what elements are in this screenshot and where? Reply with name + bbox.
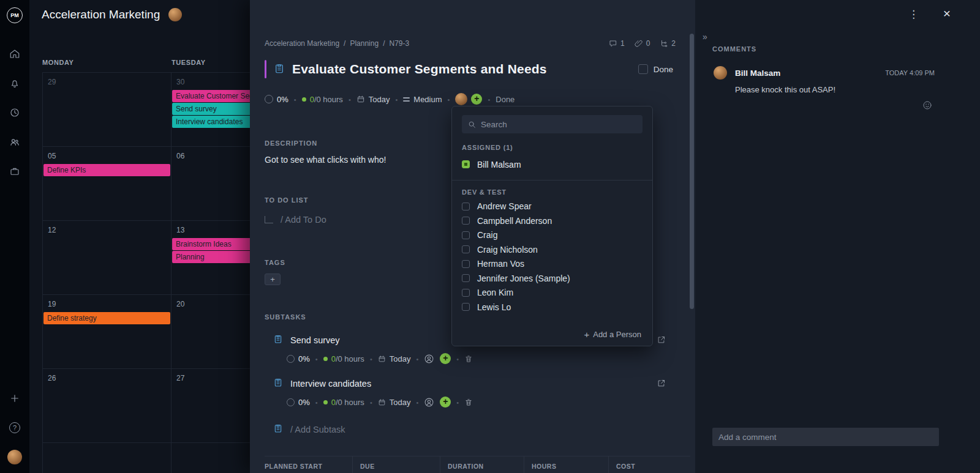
- calendar-event[interactable]: Planning: [172, 251, 250, 263]
- priority[interactable]: Medium: [403, 95, 442, 104]
- person-name: Andrew Spear: [477, 201, 532, 211]
- person-name: Herman Vos: [477, 259, 524, 269]
- user-avatar[interactable]: [7, 450, 22, 464]
- close-icon[interactable]: ×: [943, 6, 951, 21]
- calendar-cell: [42, 443, 172, 473]
- person-row[interactable]: Craig Nicholson: [462, 242, 643, 257]
- add-assignee-button[interactable]: +: [440, 397, 451, 408]
- dropdown-footer: + Add a Person: [462, 324, 643, 340]
- person-checkbox[interactable]: [462, 274, 470, 282]
- person-name: Bill Malsam: [477, 160, 521, 169]
- comment-text: Please knock this out ASAP!: [735, 85, 935, 94]
- column-duration: DURATION: [440, 456, 524, 473]
- person-row[interactable]: Andrew Spear: [462, 199, 643, 214]
- person-name: Campbell Anderson: [477, 216, 552, 226]
- calendar-event[interactable]: Brainstorm Ideas: [172, 238, 250, 250]
- comment-input[interactable]: [712, 428, 939, 446]
- add-person-button[interactable]: + Add a Person: [584, 329, 641, 340]
- delete-subtask-icon[interactable]: [464, 354, 473, 363]
- search-box: [462, 115, 643, 133]
- calendar-week: 19 Define strategy 20: [42, 294, 250, 368]
- person-row[interactable]: Craig: [462, 228, 643, 243]
- recent-icon[interactable]: [0, 98, 29, 127]
- add-assignee-button[interactable]: +: [440, 353, 451, 364]
- emoji-reaction-icon[interactable]: [922, 100, 932, 112]
- subtask-due-date[interactable]: Today: [378, 354, 411, 363]
- done-checkbox[interactable]: [638, 64, 648, 74]
- assign-person-icon[interactable]: [424, 354, 434, 364]
- add-subtask-input[interactable]: / Add Subtask: [273, 423, 695, 435]
- subtask-title[interactable]: Send survey: [290, 335, 340, 345]
- person-row[interactable]: Campbell Anderson: [462, 214, 643, 228]
- assignee-avatar[interactable]: [455, 93, 467, 105]
- subtask-meta-row: 0% 0/0 hours Today +: [287, 353, 695, 364]
- person-checkbox[interactable]: [462, 203, 470, 210]
- calendar-event[interactable]: Evaluate Customer Seg: [172, 90, 250, 102]
- assignee-group: +: [455, 93, 482, 105]
- person-row[interactable]: Lewis Lo: [462, 300, 643, 315]
- add-assignee-button[interactable]: +: [471, 94, 482, 105]
- subtask-due-date[interactable]: Today: [378, 398, 411, 407]
- calendar-event[interactable]: Define strategy: [43, 312, 170, 324]
- person-checkbox[interactable]: [462, 231, 470, 239]
- comment-item: Bill Malsam TODAY 4:09 PM Please knock t…: [695, 66, 980, 94]
- subtask-title[interactable]: Interview candidates: [290, 379, 371, 389]
- calendar-event[interactable]: Define KPIs: [43, 164, 170, 176]
- search-input[interactable]: [481, 120, 636, 129]
- topbar: Acceleration Marketing: [29, 0, 250, 29]
- breadcrumb-project[interactable]: Acceleration Marketing: [265, 39, 339, 48]
- calendar-date: 05: [48, 152, 171, 160]
- person-row[interactable]: Jennifer Jones (Sample): [462, 271, 643, 286]
- assign-person-icon[interactable]: [424, 397, 434, 408]
- comments-header: COMMENTS: [712, 45, 756, 53]
- subtask-type-icon: [273, 334, 283, 346]
- home-icon[interactable]: [0, 39, 29, 69]
- commenter-avatar: [714, 66, 727, 80]
- person-checkbox[interactable]: [462, 260, 470, 268]
- team-icon[interactable]: [0, 127, 29, 157]
- progress-circle-icon: [265, 95, 273, 103]
- calendar-icon: [378, 398, 386, 406]
- person-checkbox[interactable]: [462, 289, 470, 297]
- more-options-icon[interactable]: ⋮: [908, 8, 919, 21]
- calendar-event[interactable]: Send survey: [172, 103, 250, 115]
- calendar-day-headers: MONDAY TUESDAY: [42, 59, 250, 66]
- help-icon[interactable]: ?: [0, 413, 29, 442]
- calendar-event[interactable]: Interview candidates: [172, 116, 250, 128]
- calendar-week: 05 Define KPIs 06: [42, 146, 250, 220]
- project-owner-avatar[interactable]: [168, 8, 182, 21]
- add-tag-button[interactable]: +: [265, 274, 281, 285]
- calendar-cell: 19 Define strategy: [42, 295, 172, 368]
- subtasks-count[interactable]: 2: [660, 39, 676, 48]
- notifications-icon[interactable]: [0, 69, 29, 98]
- person-row[interactable]: Herman Vos: [462, 257, 643, 272]
- scrollbar-thumb[interactable]: [690, 34, 694, 309]
- comments-count[interactable]: 1: [609, 39, 625, 48]
- subtask-type-icon: [273, 378, 283, 389]
- calendar-cell: 26: [42, 369, 172, 442]
- task-meta-row: 0% 0/0 hours Today Medium: [265, 93, 695, 105]
- subtask-meta-row: 0% 0/0 hours Today +: [287, 397, 695, 408]
- due-date[interactable]: Today: [356, 95, 390, 104]
- portfolio-icon[interactable]: [0, 157, 29, 186]
- add-icon[interactable]: [0, 384, 29, 413]
- task-type-accent: [265, 60, 266, 78]
- breadcrumb-separator: /: [344, 39, 345, 48]
- open-subtask-icon[interactable]: [657, 335, 666, 345]
- calendar-date: 20: [176, 300, 250, 308]
- person-checkbox-checked[interactable]: [462, 160, 470, 168]
- delete-subtask-icon[interactable]: [464, 398, 473, 407]
- person-checkbox[interactable]: [462, 245, 470, 253]
- open-subtask-icon[interactable]: [657, 379, 666, 388]
- breadcrumb-task-id[interactable]: N79-3: [389, 39, 409, 48]
- person-checkbox[interactable]: [462, 303, 470, 311]
- calendar-view: Acceleration Marketing MONDAY TUESDAY 29…: [29, 0, 250, 473]
- person-checkbox[interactable]: [462, 217, 470, 225]
- attachments-count[interactable]: 0: [635, 39, 650, 48]
- calendar-cell: 29: [42, 73, 172, 146]
- collapse-panel-icon[interactable]: »: [703, 32, 707, 42]
- breadcrumb-section[interactable]: Planning: [350, 39, 379, 48]
- person-row[interactable]: Leon Kim: [462, 286, 643, 300]
- team-section-label: DEV & TEST: [462, 188, 643, 196]
- assigned-person-row[interactable]: Bill Malsam: [462, 157, 643, 172]
